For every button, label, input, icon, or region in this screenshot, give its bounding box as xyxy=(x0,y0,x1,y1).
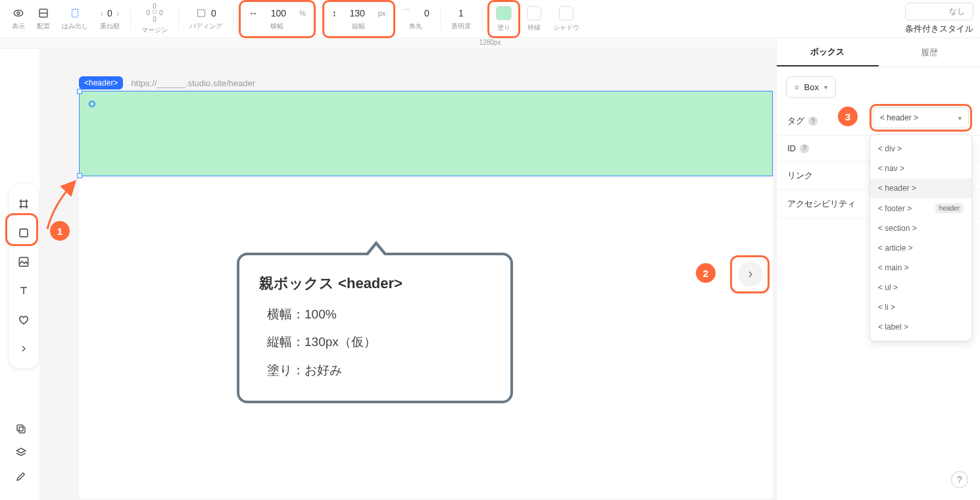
page-url: https://______.studio.site/header xyxy=(131,78,255,88)
layers-icon[interactable] xyxy=(9,441,33,464)
width-highlight: ↔ 100 % 横幅 xyxy=(239,0,316,38)
svg-marker-16 xyxy=(16,448,26,453)
margin-control[interactable]: 0 00 0 マージン xyxy=(136,3,173,35)
overflow-label: はみ出し xyxy=(62,22,88,31)
ruler-width: 1280px xyxy=(479,39,501,46)
separator xyxy=(440,9,441,29)
copy-icon[interactable] xyxy=(9,417,33,441)
image-tool[interactable] xyxy=(9,247,38,276)
padding-icon xyxy=(195,7,207,19)
tag-option-nav[interactable]: < nav > xyxy=(870,159,971,178)
prop-link-label: リンク xyxy=(787,170,813,182)
tag-option-ul[interactable]: < ul > xyxy=(870,278,971,297)
shadow-control[interactable]: シャドウ xyxy=(548,3,585,35)
height-label: 縦幅 xyxy=(352,22,365,31)
eye-icon xyxy=(12,7,24,19)
width-value: 100 xyxy=(271,7,286,19)
tag-pill[interactable]: <header> xyxy=(79,76,123,89)
padding-value: 0 xyxy=(211,7,216,19)
help-label: ? xyxy=(957,474,962,485)
border-swatch[interactable] xyxy=(527,6,541,20)
overflow-toggle[interactable]: はみ出し xyxy=(57,3,93,35)
tag-select[interactable]: < header > ▾ xyxy=(873,107,969,128)
opacity-control[interactable]: 1 透明度 xyxy=(446,3,476,35)
tag-option-div[interactable]: < div > xyxy=(870,139,971,159)
chevron-down-icon: ▾ xyxy=(958,114,962,122)
border-label: 枠線 xyxy=(527,23,541,32)
zindex-label: 重ね順 xyxy=(100,22,120,31)
more-tools[interactable] xyxy=(9,334,38,363)
chevron-down-icon: ▾ xyxy=(824,84,827,91)
svg-rect-4 xyxy=(72,9,78,17)
help-icon[interactable]: ? xyxy=(808,116,818,126)
opacity-value: 1 xyxy=(458,7,464,19)
tag-option-label[interactable]: < label > xyxy=(870,317,971,337)
separator xyxy=(130,9,131,29)
tag-option-main[interactable]: < main > xyxy=(870,258,971,278)
step-badge-3: 3 xyxy=(838,107,858,126)
svg-rect-11 xyxy=(19,257,28,266)
header-element[interactable] xyxy=(79,91,773,176)
origin-dot-icon xyxy=(89,101,95,107)
fill-highlight: 塗り xyxy=(487,0,520,38)
top-toolbar: 表示 配置 はみ出し ‹0› 重ね順 0 00 0 マージン 0 パディング ↔… xyxy=(0,0,980,38)
svg-point-0 xyxy=(14,10,23,16)
prop-a11y-label: アクセシビリティ xyxy=(787,198,856,210)
shadow-swatch[interactable] xyxy=(559,6,574,20)
pen-icon[interactable] xyxy=(9,464,33,488)
height-control[interactable]: ↕ 130 px 縦幅 xyxy=(328,3,390,35)
width-unit: % xyxy=(299,7,306,19)
radius-control[interactable]: ⌒ 0 角丸 xyxy=(397,3,435,35)
height-highlight: ↕ 130 px 縦幅 xyxy=(322,0,396,38)
fill-swatch[interactable] xyxy=(496,6,512,20)
padding-label: パディング xyxy=(189,22,222,31)
separator xyxy=(178,9,179,29)
tag-dropdown[interactable]: < div > < nav > < header > < footer >hea… xyxy=(870,134,972,341)
bubble-title: 親ボックス <header> xyxy=(259,274,491,293)
svg-point-1 xyxy=(17,12,20,14)
shadow-label: シャドウ xyxy=(553,23,579,32)
width-label: 横幅 xyxy=(270,22,283,31)
expand-button-highlight xyxy=(730,255,770,293)
tag-option-footer[interactable]: < footer >header xyxy=(870,198,971,218)
layout-toggle[interactable]: 配置 xyxy=(32,3,55,35)
width-icon: ↔ xyxy=(249,7,258,19)
tag-option-li[interactable]: < li > xyxy=(870,297,971,317)
display-toggle[interactable]: 表示 xyxy=(7,3,30,35)
box-type-chip[interactable]: Box ▾ xyxy=(786,76,836,98)
fill-control[interactable]: 塗り xyxy=(493,3,514,35)
resize-handle[interactable] xyxy=(77,89,82,94)
arrow-icon xyxy=(36,178,88,237)
left-toolbar-lower xyxy=(9,417,33,488)
opacity-label: 透明度 xyxy=(451,22,471,31)
tab-history[interactable]: 履歴 xyxy=(879,38,981,66)
tag-option-section[interactable]: < section > xyxy=(870,218,971,238)
margin-values: 0 00 0 xyxy=(146,3,162,23)
height-icon: ↕ xyxy=(332,7,337,19)
svg-rect-5 xyxy=(198,9,205,16)
border-control[interactable]: 枠線 xyxy=(522,3,547,35)
box-chip-label: Box xyxy=(804,82,819,92)
chevron-left-icon[interactable]: ‹ xyxy=(100,7,103,19)
help-button[interactable]: ? xyxy=(951,471,968,488)
tag-select-highlight: < header > ▾ xyxy=(870,104,972,132)
chevron-right-icon[interactable]: › xyxy=(116,7,120,19)
prop-id-label: ID xyxy=(787,143,796,153)
none-button[interactable]: なし xyxy=(905,3,973,20)
tag-option-article[interactable]: < article > xyxy=(870,238,971,258)
tab-box[interactable]: ボックス xyxy=(777,38,879,66)
width-control[interactable]: ↔ 100 % 横幅 xyxy=(245,3,310,35)
zindex-control[interactable]: ‹0› 重ね順 xyxy=(95,3,125,35)
radius-icon: ⌒ xyxy=(402,7,411,19)
footer-hint: header xyxy=(935,203,964,213)
icon-tool[interactable] xyxy=(9,305,38,334)
left-toolbar xyxy=(9,184,38,368)
help-icon[interactable]: ? xyxy=(800,144,809,153)
layout-label: 配置 xyxy=(37,22,50,31)
tag-select-wrap: < header > ▾ < div > < nav > < header > … xyxy=(870,104,972,341)
tag-option-header[interactable]: < header > xyxy=(870,178,971,198)
display-label: 表示 xyxy=(12,22,25,31)
radius-label: 角丸 xyxy=(409,22,422,31)
text-tool[interactable] xyxy=(9,276,38,305)
padding-control[interactable]: 0 パディング xyxy=(184,3,228,35)
